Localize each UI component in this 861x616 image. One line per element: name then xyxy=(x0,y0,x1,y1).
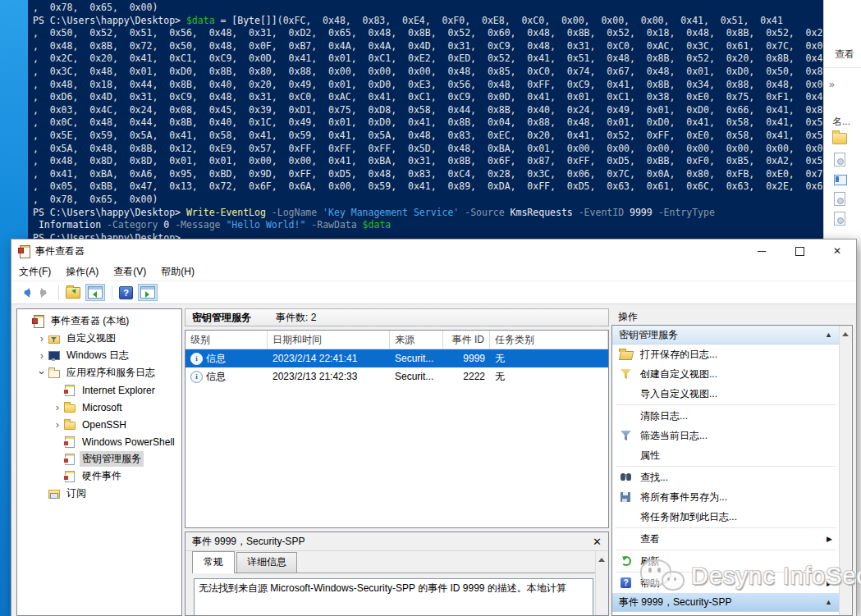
action-item[interactable]: 清除日志... xyxy=(612,406,839,426)
actions-section-header[interactable]: 密钥管理服务▲ xyxy=(612,326,839,345)
explorer-name-column-header[interactable]: 名... xyxy=(832,115,850,129)
tree-item[interactable]: Internet Explorer xyxy=(17,381,181,399)
explorer-view-tab[interactable]: 查看 xyxy=(835,48,854,62)
powershell-terminal[interactable]: , 0x78, 0x65, 0x00)PS C:\Users\happy\Des… xyxy=(28,0,823,240)
action-item[interactable]: 刷新 xyxy=(612,551,839,571)
terminal-line: , 0x78, 0x65, 0x00) xyxy=(33,2,823,15)
event-row[interactable]: i信息2023/2/14 22:41:41Securit...9999无 xyxy=(185,349,608,367)
open-folder-button[interactable] xyxy=(66,287,80,299)
column-header-1[interactable]: 日期和时间 xyxy=(268,331,390,349)
event-cell: 无 xyxy=(490,367,608,386)
tree-item-label: Windows PowerShell xyxy=(80,436,177,449)
tree-item[interactable]: Windows PowerShell xyxy=(17,433,181,450)
minimize-icon xyxy=(758,251,766,252)
log-icon xyxy=(63,436,76,448)
action-item[interactable]: 属性 xyxy=(612,445,839,465)
event-row[interactable]: i信息2023/2/13 21:42:33Securit...2222无 xyxy=(185,367,608,386)
scroll-up-icon[interactable] xyxy=(842,329,849,336)
root-icon xyxy=(32,315,45,327)
event-viewer-window: 事件查看器 ✕ 文件(F)操作(A)查看(V)帮助(H) ? 事件查看器 (本地… xyxy=(11,240,856,616)
event-viewer-app-icon xyxy=(18,245,30,258)
tree-item[interactable]: ›自定义视图 xyxy=(17,330,181,347)
console-tree-toggle-button[interactable] xyxy=(85,284,105,301)
event-cell: 2023/2/13 21:42:33 xyxy=(268,367,390,386)
action-item[interactable]: 将所有事件另存为... xyxy=(612,487,839,507)
terminal-line: , 0x5A, 0x48, 0x8B, 0x12, 0xE9, 0x57, 0x… xyxy=(33,143,823,156)
column-header-0[interactable]: 级别 xyxy=(185,331,268,349)
tree-item-label: Internet Explorer xyxy=(80,384,158,397)
action-item[interactable]: 将任务附加到此日志... xyxy=(612,507,839,527)
action-item[interactable]: 导入自定义视图... xyxy=(612,384,839,404)
action-pane-toggle-button[interactable] xyxy=(138,284,158,301)
actions-scrollbar[interactable] xyxy=(839,326,852,615)
column-header-2[interactable]: 来源 xyxy=(390,331,443,349)
menu-item-A[interactable]: 操作(A) xyxy=(58,265,106,279)
tree-item[interactable]: 订阅 xyxy=(17,485,181,502)
detail-scrollbar[interactable] xyxy=(595,551,608,615)
action-item[interactable]: 查找... xyxy=(612,468,839,487)
open-folder-icon xyxy=(66,287,80,299)
tab-常规[interactable]: 常规 xyxy=(192,551,235,573)
event-message[interactable]: 无法找到来自源 Microsoft-Windows-Security-SPP 的… xyxy=(194,578,593,615)
action-item[interactable]: 创建自定义视图... xyxy=(612,364,839,384)
tree-item-label: Microsoft xyxy=(80,401,125,414)
tree-item[interactable]: 事件查看器 (本地) xyxy=(17,313,181,330)
terminal-line: , 0x5E, 0x59, 0x5A, 0x41, 0x58, 0x41, 0x… xyxy=(33,130,823,143)
help-icon: ? xyxy=(119,286,133,299)
tree-item[interactable]: ›OpenSSH xyxy=(17,416,181,433)
event-list: 级别日期和时间来源事件 ID任务类别 i信息2023/2/14 22:41:41… xyxy=(185,330,609,528)
console-tree-panel[interactable]: 事件查看器 (本地)›自定义视图›Windows 日志›应用程序和服务日志Int… xyxy=(16,308,182,616)
action-item[interactable]: 帮助▶ xyxy=(612,573,839,593)
properties-icon xyxy=(619,449,635,462)
section-label: 密钥管理服务 xyxy=(619,328,678,342)
help-icon xyxy=(619,577,635,590)
collapse-arrow-icon[interactable]: ▲ xyxy=(825,598,832,606)
tree-item[interactable]: ›Microsoft xyxy=(17,399,181,416)
maximize-button[interactable] xyxy=(781,240,818,262)
actions-pane-title: 操作 xyxy=(611,308,853,325)
tab-详细信息[interactable]: 详细信息 xyxy=(236,552,297,573)
terminal-line: , 0xD6, 0x4D, 0x31, 0xC9, 0x48, 0x31, 0x… xyxy=(33,91,823,104)
icon-spacer xyxy=(619,387,635,400)
toolbar-separator xyxy=(58,285,59,300)
chevron-collapsed-icon[interactable]: › xyxy=(36,333,48,344)
tree-item[interactable]: 硬件事件 xyxy=(17,468,181,485)
menu-item-V[interactable]: 查看(V) xyxy=(106,265,153,279)
event-cell: Securit... xyxy=(390,367,443,386)
column-header-3[interactable]: 事件 ID xyxy=(443,331,490,349)
divider xyxy=(824,67,861,68)
event-cell: Securit... xyxy=(390,349,443,367)
title-bar[interactable]: 事件查看器 ✕ xyxy=(11,240,856,262)
forward-arrow-button[interactable] xyxy=(38,288,52,298)
detail-tabs: 常规详细信息 xyxy=(192,554,595,573)
separator xyxy=(616,550,836,550)
background-explorer-window[interactable]: 查看 » 名... xyxy=(823,0,861,240)
column-header-4[interactable]: 任务类别 xyxy=(490,331,608,349)
chevron-collapsed-icon[interactable]: › xyxy=(36,350,48,361)
minimize-button[interactable] xyxy=(743,240,781,262)
scroll-up-icon[interactable] xyxy=(598,554,605,562)
tree-item[interactable]: ›应用程序和服务日志 xyxy=(17,364,181,381)
action-item-label: 导入自定义视图... xyxy=(640,387,717,401)
detail-close-icon[interactable]: ✕ xyxy=(593,536,602,548)
find-icon xyxy=(619,471,635,484)
close-button[interactable]: ✕ xyxy=(818,240,856,262)
detail-title: 事件 9999，Security-SPP xyxy=(192,535,305,549)
event-list-header[interactable]: 级别日期和时间来源事件 ID任务类别 xyxy=(185,331,608,349)
tree-item[interactable]: 密钥管理服务 xyxy=(17,450,181,468)
chevron-collapsed-icon[interactable]: › xyxy=(52,402,63,413)
action-item[interactable]: 筛选当前日志... xyxy=(612,426,839,445)
chevron-expanded-icon[interactable]: › xyxy=(37,367,48,379)
action-pane-toggle-icon xyxy=(140,286,155,299)
menu-item-F[interactable]: 文件(F) xyxy=(11,265,58,279)
tree-item[interactable]: ›Windows 日志 xyxy=(17,347,181,364)
actions-section-header-event[interactable]: 事件 9999，Security-SPP▲ xyxy=(612,593,839,612)
action-item[interactable]: 查看▶ xyxy=(612,529,839,549)
action-item[interactable]: 打开保存的日志... xyxy=(612,345,839,364)
chevron-collapsed-icon[interactable]: › xyxy=(52,419,63,430)
details-file-icon xyxy=(834,175,847,185)
back-arrow-button[interactable] xyxy=(19,288,33,298)
collapse-arrow-icon[interactable]: ▲ xyxy=(825,331,832,339)
help-button[interactable]: ? xyxy=(119,286,133,299)
menu-item-H[interactable]: 帮助(H) xyxy=(153,265,202,279)
